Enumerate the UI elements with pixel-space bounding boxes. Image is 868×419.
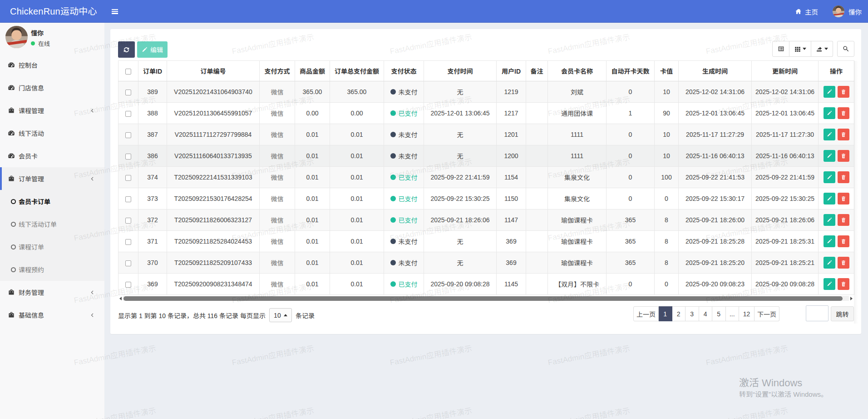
row-checkbox[interactable] bbox=[125, 154, 131, 160]
column-header-商品金额[interactable]: 商品金额 bbox=[295, 61, 330, 81]
column-header-自动开卡天数[interactable]: 自动开卡天数 bbox=[607, 61, 655, 81]
sidebar-toggle-button[interactable] bbox=[112, 0, 118, 23]
row-edit-button[interactable] bbox=[824, 129, 835, 140]
sidebar-item-会员卡[interactable]: 会员卡 bbox=[0, 145, 104, 167]
table-row[interactable]: 386 V202511160640133713935 微信 0.01 0.01 … bbox=[118, 145, 854, 167]
row-checkbox[interactable] bbox=[125, 111, 131, 117]
pagination-next[interactable]: 下一页 bbox=[755, 306, 779, 321]
column-header-备注[interactable]: 备注 bbox=[526, 61, 548, 81]
table-row[interactable]: 369 T202509200908231348474 微信 0.01 0.01 … bbox=[118, 274, 854, 295]
row-edit-button[interactable] bbox=[824, 86, 835, 98]
detail-view-button[interactable] bbox=[772, 41, 789, 57]
pagination-page-4[interactable]: 4 bbox=[699, 306, 713, 321]
nav-home-link[interactable]: 主页 bbox=[795, 0, 818, 23]
row-checkbox[interactable] bbox=[125, 90, 131, 95]
table-row[interactable]: 372 T202509211826006323127 微信 0.01 0.01 … bbox=[118, 210, 854, 231]
row-checkbox[interactable] bbox=[125, 282, 131, 288]
sidebar-item-门店信息[interactable]: 门店信息 bbox=[0, 76, 104, 99]
pagination-page-2[interactable]: 2 bbox=[672, 306, 686, 321]
row-delete-button[interactable] bbox=[838, 150, 849, 162]
table-row[interactable]: 370 T202509211825209107433 微信 0.01 0.01 … bbox=[118, 252, 854, 274]
edit-button[interactable]: 编辑 bbox=[137, 41, 168, 58]
row-delete-button[interactable] bbox=[838, 129, 849, 140]
horizontal-scrollbar[interactable] bbox=[118, 296, 854, 301]
page-size-dropdown[interactable]: 10 bbox=[269, 308, 292, 322]
column-header-订单编号[interactable]: 订单编号 bbox=[167, 61, 260, 81]
pagination-page-12[interactable]: 12 bbox=[739, 306, 755, 321]
row-delete-button[interactable] bbox=[838, 257, 849, 269]
fixed-column-shadow bbox=[854, 61, 858, 324]
column-header-会员卡名称[interactable]: 会员卡名称 bbox=[548, 61, 607, 81]
row-edit-button[interactable] bbox=[824, 171, 835, 183]
column-header-支付时间[interactable]: 支付时间 bbox=[424, 61, 497, 81]
scrollbar-thumb[interactable] bbox=[123, 296, 843, 301]
cell-total: 0.01 bbox=[330, 252, 384, 274]
pagination-page-1[interactable]: 1 bbox=[659, 306, 672, 321]
column-header-生成时间[interactable]: 生成时间 bbox=[679, 61, 752, 81]
row-edit-button[interactable] bbox=[824, 278, 835, 290]
jump-page-input[interactable] bbox=[806, 305, 829, 321]
cell-update_time: 2025-09-21 18:25:31 bbox=[752, 231, 819, 252]
row-edit-button[interactable] bbox=[824, 214, 835, 226]
export-dropdown-button[interactable] bbox=[811, 41, 833, 57]
column-header-支付状态[interactable]: 支付状态 bbox=[384, 61, 424, 81]
sidebar-item-财务管理[interactable]: 财务管理 bbox=[0, 281, 104, 304]
column-header-用户ID[interactable]: 用户ID bbox=[497, 61, 526, 81]
row-delete-button[interactable] bbox=[838, 171, 849, 183]
select-all-checkbox[interactable] bbox=[125, 69, 131, 75]
search-button[interactable] bbox=[837, 41, 854, 57]
sidebar-item-课程管理[interactable]: 课程管理 bbox=[0, 99, 104, 122]
row-checkbox[interactable] bbox=[125, 260, 131, 266]
row-edit-button[interactable] bbox=[824, 150, 835, 162]
sidebar-subitem-课程订单[interactable]: 课程订单 bbox=[0, 235, 104, 258]
sidebar-item-订单管理[interactable]: 订单管理 bbox=[0, 167, 104, 190]
row-edit-button[interactable] bbox=[824, 257, 835, 269]
columns-dropdown-button[interactable] bbox=[789, 41, 811, 57]
jump-button[interactable]: 跳转 bbox=[831, 306, 854, 321]
sidebar-item-基础信息[interactable]: 基础信息 bbox=[0, 304, 104, 326]
column-header-订单ID[interactable]: 订单ID bbox=[138, 61, 167, 81]
column-header-更新时间[interactable]: 更新时间 bbox=[752, 61, 819, 81]
row-delete-button[interactable] bbox=[838, 193, 849, 205]
row-delete-button[interactable] bbox=[838, 214, 849, 226]
nav-user-menu[interactable]: 懂你 bbox=[833, 0, 862, 23]
scroll-left-arrow-icon[interactable] bbox=[118, 296, 123, 301]
row-delete-button[interactable] bbox=[838, 235, 849, 247]
pagination-page-5[interactable]: 5 bbox=[712, 306, 726, 321]
column-header-订单总支付金额[interactable]: 订单总支付金额 bbox=[330, 61, 384, 81]
pagination-page-...[interactable]: ... bbox=[726, 306, 740, 321]
row-delete-button[interactable] bbox=[838, 278, 849, 290]
row-checkbox[interactable] bbox=[125, 239, 131, 245]
row-edit-button[interactable] bbox=[824, 235, 835, 247]
table-row[interactable]: 389 V202512021431064903740 微信 365.00 365… bbox=[118, 81, 854, 103]
orders-table: 订单ID订单编号支付方式商品金额订单总支付金额支付状态支付时间用户ID备注会员卡… bbox=[118, 60, 854, 295]
row-delete-button[interactable] bbox=[838, 107, 849, 119]
refresh-button[interactable] bbox=[118, 41, 135, 58]
table-row[interactable]: 388 V202512011306455991057 微信 0.00 0.00 … bbox=[118, 103, 854, 124]
column-header-支付方式[interactable]: 支付方式 bbox=[260, 61, 295, 81]
sidebar-item-控制台[interactable]: 控制台 bbox=[0, 54, 104, 76]
sidebar-subitem-线下活动订单[interactable]: 线下活动订单 bbox=[0, 213, 104, 235]
sidebar-subitem-会员卡订单[interactable]: 会员卡订单 bbox=[0, 190, 104, 213]
record-summary-suffix: 条记录 bbox=[296, 311, 315, 320]
row-checkbox[interactable] bbox=[125, 196, 131, 202]
pagination-page-3[interactable]: 3 bbox=[686, 306, 699, 321]
cell-card_value: 10 bbox=[655, 81, 679, 103]
pagination-prev[interactable]: 上一页 bbox=[633, 306, 659, 321]
row-edit-button[interactable] bbox=[824, 193, 835, 205]
brand-title[interactable]: ChickenRun运动中心 bbox=[0, 0, 104, 23]
sidebar-item-线下活动[interactable]: 线下活动 bbox=[0, 122, 104, 145]
table-row[interactable]: 371 T202509211825284024453 微信 0.01 0.01 … bbox=[118, 231, 854, 252]
row-checkbox[interactable] bbox=[125, 218, 131, 224]
table-row[interactable]: 374 T202509222141531339103 微信 0.01 0.01 … bbox=[118, 167, 854, 188]
row-delete-button[interactable] bbox=[838, 86, 849, 98]
row-edit-button[interactable] bbox=[824, 107, 835, 119]
table-row[interactable]: 373 T202509221530176428254 微信 0.01 0.01 … bbox=[118, 188, 854, 210]
column-header-卡值[interactable]: 卡值 bbox=[655, 61, 679, 81]
row-checkbox[interactable] bbox=[125, 175, 131, 181]
sidebar-subitem-课程预约[interactable]: 课程预约 bbox=[0, 258, 104, 281]
column-header-操作[interactable]: 操作 bbox=[819, 61, 854, 81]
scroll-right-arrow-icon[interactable] bbox=[849, 296, 854, 301]
table-row[interactable]: 387 V202511171127297799884 微信 0.01 0.01 … bbox=[118, 124, 854, 145]
row-checkbox[interactable] bbox=[125, 132, 131, 138]
